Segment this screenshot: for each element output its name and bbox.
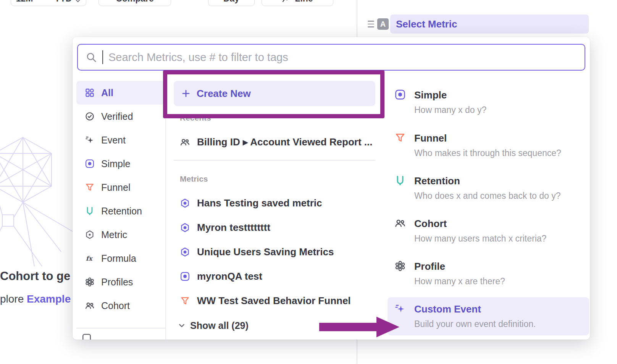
example-reports-link[interactable]: Example xyxy=(27,293,71,305)
line-chart-type-button[interactable]: Line xyxy=(262,0,333,6)
range-12m-button[interactable]: 12M xyxy=(9,0,40,6)
metric-type-title: Retention xyxy=(414,175,561,187)
sidebar-item-label: Metric xyxy=(101,229,127,240)
category-sidebar: All Verified Event Simple Funnel Retenti… xyxy=(76,81,165,317)
search-icon xyxy=(86,52,97,63)
sidebar-item-label: Simple xyxy=(101,158,130,169)
sidebar-item-label: Cohort xyxy=(101,300,130,311)
sidebar-item-event[interactable]: Event xyxy=(76,128,165,152)
partial-category-icon xyxy=(82,333,92,340)
saved-metric-label: Unique Users Saving Metrics xyxy=(197,246,334,258)
select-metric-button[interactable]: Select Metric xyxy=(390,14,589,34)
metric-hexagon-icon xyxy=(85,230,95,240)
saved-metric-item[interactable]: WW Test Saved Behavior Funnel xyxy=(180,290,375,312)
sidebar-item-simple[interactable]: Simple xyxy=(76,152,165,176)
empty-state-subtext: plore Example xyxy=(0,293,71,305)
saved-metric-item[interactable]: myronQA test xyxy=(180,265,375,287)
cohort-people-icon xyxy=(394,217,406,229)
custom-event-spark-icon xyxy=(394,303,406,314)
metric-type-desc: How many x do y? xyxy=(414,104,486,116)
sidebar-item-metric[interactable]: Metric xyxy=(76,223,165,246)
line-chart-icon xyxy=(282,0,291,4)
metric-type-cohort[interactable]: Cohort How many users match x criteria? xyxy=(388,212,589,250)
compare-label: Compare xyxy=(116,0,154,4)
recent-item-label: Billing ID ▸ Account Viewed Report ... xyxy=(197,136,372,148)
saved-metric-label: Hans Testing saved metric xyxy=(197,197,322,209)
sidebar-item-formula[interactable]: fx Formula xyxy=(76,246,165,270)
chevron-down-icon xyxy=(75,0,81,4)
saved-metric-item[interactable]: Hans Testing saved metric xyxy=(180,192,375,214)
recents-heading: Recents xyxy=(180,113,211,122)
range-ytd-label: YTD xyxy=(54,0,72,4)
simple-icon xyxy=(180,271,190,282)
select-metric-label: Select Metric xyxy=(396,18,457,30)
sidebar-section-divider xyxy=(76,328,165,329)
formula-icon: fx xyxy=(85,253,95,263)
svg-text:fx: fx xyxy=(86,255,93,262)
metric-type-desc: Build your own event definition. xyxy=(414,318,536,330)
sidebar-item-verified[interactable]: Verified xyxy=(76,105,165,128)
metric-hexagon-icon xyxy=(180,247,190,257)
saved-metric-label: myronQA test xyxy=(197,271,262,282)
screen: 12M YTD Compare Day Line A Select Metric… xyxy=(0,0,617,364)
sidebar-item-profiles[interactable]: Profiles xyxy=(76,270,165,294)
sidebar-item-funnel[interactable]: Funnel xyxy=(76,176,165,199)
middle-divider xyxy=(174,160,375,161)
metric-type-desc: How many users match x criteria? xyxy=(414,233,546,244)
metric-type-funnel[interactable]: Funnel Who makes it through this sequenc… xyxy=(388,126,589,164)
metric-type-simple[interactable]: Simple How many x do y? xyxy=(388,83,589,121)
retention-icon xyxy=(394,175,406,186)
metric-type-desc: Who does x and comes back to do y? xyxy=(414,190,561,201)
sidebar-item-label: Profiles xyxy=(101,277,133,288)
sidebar-item-label: Retention xyxy=(101,206,142,217)
sidebar-divider xyxy=(165,76,166,340)
show-all-button[interactable]: Show all (29) xyxy=(178,318,249,333)
sidebar-item-label: All xyxy=(101,87,113,98)
empty-state-headline: Cohort to ge xyxy=(0,269,70,283)
saved-metric-label: Myron testttttttt xyxy=(197,222,270,234)
text-cursor xyxy=(102,50,103,64)
saved-metric-item[interactable]: Unique Users Saving Metrics xyxy=(180,241,375,263)
range-ytd-button[interactable]: YTD xyxy=(47,0,88,6)
simple-icon xyxy=(394,89,406,100)
sidebar-item-label: Formula xyxy=(101,253,136,264)
sidebar-item-label: Funnel xyxy=(101,182,130,193)
day-label: Day xyxy=(223,0,239,4)
cohort-people-icon xyxy=(85,301,95,311)
line-label: Line xyxy=(295,0,313,4)
drag-handle-icon[interactable] xyxy=(368,21,374,27)
recent-item[interactable]: Billing ID ▸ Account Viewed Report ... xyxy=(180,133,375,151)
profiles-flower-icon xyxy=(394,260,406,272)
search-box[interactable] xyxy=(77,44,585,71)
search-input[interactable] xyxy=(108,51,577,64)
metric-type-retention[interactable]: Retention Who does x and comes back to d… xyxy=(388,169,589,207)
metric-picker-modal: All Verified Event Simple Funnel Retenti… xyxy=(73,37,590,340)
explore-text: plore xyxy=(0,293,27,305)
metric-hexagon-icon xyxy=(180,198,190,208)
compare-button[interactable]: Compare xyxy=(99,0,171,6)
grid-icon xyxy=(85,88,95,98)
create-new-button[interactable]: Create New xyxy=(174,81,375,106)
plus-icon xyxy=(181,89,191,98)
funnel-icon xyxy=(180,296,190,306)
metric-hexagon-icon xyxy=(180,222,190,233)
metric-type-profile[interactable]: Profile How many x are there? xyxy=(388,254,589,293)
sidebar-item-cohort[interactable]: Cohort xyxy=(76,294,165,317)
sidebar-item-label: Verified xyxy=(101,111,133,122)
date-range-control[interactable]: 12M YTD xyxy=(11,0,86,6)
saved-metric-item[interactable]: Myron testttttttt xyxy=(180,216,375,238)
range-12m-label: 12M xyxy=(16,0,33,4)
metric-type-custom-event[interactable]: Custom Event Build your own event defini… xyxy=(388,297,589,335)
sidebar-item-retention[interactable]: Retention xyxy=(76,199,165,223)
metric-type-title: Simple xyxy=(414,89,486,101)
profiles-flower-icon xyxy=(85,277,95,287)
day-granularity-button[interactable]: Day xyxy=(208,0,255,6)
sidebar-item-all[interactable]: All xyxy=(76,81,165,105)
show-all-label: Show all (29) xyxy=(190,320,249,331)
metric-type-title: Funnel xyxy=(414,132,561,144)
chevron-down-icon xyxy=(178,322,186,329)
sidebar-item-label: Event xyxy=(101,135,126,146)
saved-metric-label: WW Test Saved Behavior Funnel xyxy=(197,295,351,307)
metric-type-desc: Who makes it through this sequence? xyxy=(414,147,561,159)
funnel-icon xyxy=(394,132,406,143)
